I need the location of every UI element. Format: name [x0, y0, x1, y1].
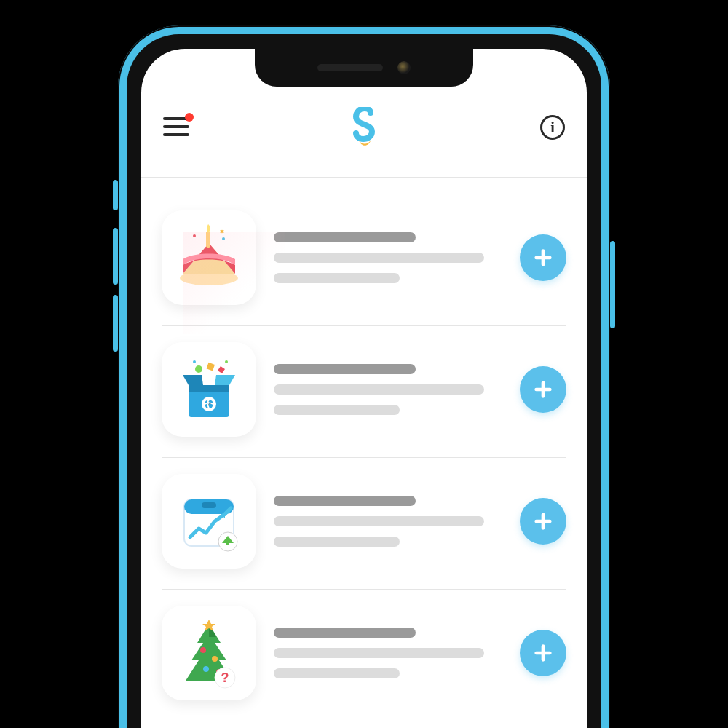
- svg-point-3: [193, 234, 196, 237]
- add-button[interactable]: [520, 498, 566, 545]
- phone-bezel: i: [127, 34, 601, 728]
- app-header: i: [141, 92, 587, 162]
- svg-point-13: [225, 360, 228, 363]
- svg-point-26: [212, 656, 218, 662]
- tile-christmas-tree[interactable]: ?: [162, 606, 256, 700]
- list-item: [162, 458, 566, 590]
- add-button[interactable]: [520, 630, 566, 676]
- power-button[interactable]: [610, 241, 615, 328]
- title-placeholder: [274, 232, 416, 242]
- earpiece-speaker: [317, 64, 383, 71]
- list-item: ?: [162, 590, 566, 721]
- menu-icon[interactable]: [163, 117, 189, 138]
- birthday-cake-icon: [173, 221, 245, 294]
- text-placeholder: [274, 648, 484, 658]
- volume-down-button[interactable]: [113, 295, 118, 352]
- text-placeholder: [274, 384, 484, 395]
- plus-icon: [533, 248, 553, 268]
- svg-rect-2: [206, 232, 210, 248]
- text-placeholder: [274, 537, 400, 547]
- christmas-tree-icon: ?: [173, 617, 245, 689]
- text-placeholder: [274, 273, 400, 283]
- text-placeholder: [274, 668, 400, 678]
- text-placeholder: [274, 405, 400, 415]
- list-item: [162, 194, 566, 326]
- title-placeholder: [274, 496, 416, 506]
- svg-marker-11: [218, 366, 225, 373]
- svg-rect-6: [189, 385, 229, 392]
- notch: [255, 49, 473, 87]
- plus-icon: [533, 379, 553, 400]
- item-content: [274, 364, 502, 415]
- item-content: [274, 628, 502, 678]
- content-list: ?: [141, 194, 587, 728]
- title-placeholder: [274, 364, 416, 374]
- svg-point-12: [193, 360, 196, 363]
- phone-frame: i: [118, 25, 610, 728]
- screen: i: [141, 49, 587, 728]
- svg-point-9: [195, 365, 202, 373]
- notification-dot: [185, 113, 194, 122]
- plus-icon: [533, 511, 553, 531]
- svg-rect-16: [202, 502, 216, 508]
- title-placeholder: [274, 628, 416, 638]
- tile-gift-box[interactable]: [162, 342, 256, 437]
- list-item: [162, 326, 566, 458]
- header-divider: [141, 177, 587, 178]
- volume-up-button[interactable]: [113, 228, 118, 285]
- plus-icon: [533, 643, 553, 663]
- text-placeholder: [274, 253, 484, 263]
- text-placeholder: [274, 516, 484, 526]
- info-icon[interactable]: i: [540, 115, 565, 140]
- svg-point-4: [222, 237, 225, 240]
- svg-text:?: ?: [221, 670, 229, 685]
- item-content: [274, 232, 502, 283]
- add-button[interactable]: [520, 234, 566, 281]
- add-button[interactable]: [520, 366, 566, 413]
- silence-switch[interactable]: [113, 180, 118, 210]
- svg-rect-21: [226, 542, 229, 545]
- app-logo: [349, 107, 381, 148]
- svg-point-25: [200, 647, 206, 653]
- gift-box-icon: [173, 353, 245, 426]
- svg-rect-10: [207, 363, 215, 371]
- calendar-chart-icon: [173, 485, 245, 558]
- tile-calendar-chart[interactable]: [162, 474, 256, 569]
- tile-birthday-cake[interactable]: [162, 210, 256, 305]
- item-content: [274, 496, 502, 547]
- svg-point-27: [203, 666, 209, 672]
- front-camera: [397, 61, 411, 74]
